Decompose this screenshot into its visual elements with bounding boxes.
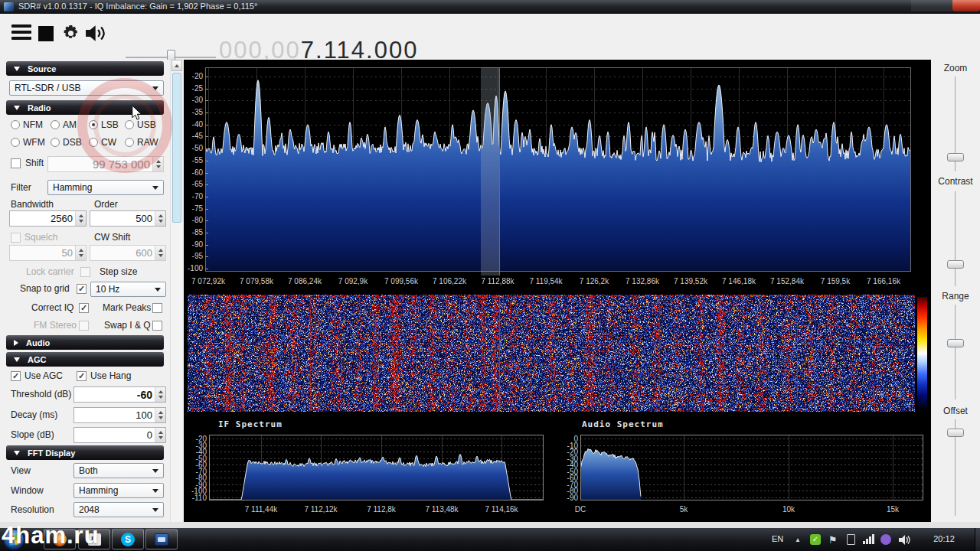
squelch-field[interactable]: 50 [9,245,87,261]
offset-slider[interactable] [931,419,980,516]
mark-peaks-checkbox[interactable] [152,303,162,313]
step-size-select[interactable]: 10 Hz [90,282,166,297]
show-desktop-button[interactable] [975,528,980,551]
maximize-button[interactable] [932,0,952,11]
db-tick-label: -45 [184,132,203,140]
stop-button[interactable] [38,26,54,41]
taskbar-button-mail[interactable] [145,529,178,549]
spinner[interactable] [155,387,165,402]
main-spectrum-panel[interactable]: -20-25-30-35-40-45-50-55-60-65-70-75-80-… [184,60,931,291]
language-indicator[interactable]: EN [772,534,783,551]
action-center-flag-icon[interactable]: ⚑ [828,534,838,546]
order-field[interactable]: 500 [90,210,166,227]
menu-button[interactable] [11,24,31,40]
bandwidth-field[interactable]: 2560 [9,210,87,227]
view-value: Both [79,465,98,476]
slider-thumb[interactable] [947,260,964,269]
tuning-frequency-line[interactable] [499,67,500,276]
offset-slider-label: Offset [931,406,980,416]
if-spectrum-panel: IF Spectrum -20-30-40-50-60-70-80-90-100… [188,415,553,522]
radio-button-icon [11,120,20,129]
minimize-button[interactable] [911,0,932,11]
section-audio[interactable]: Audio [6,335,164,350]
slope-field[interactable]: 0 [74,427,166,443]
resolution-select[interactable]: 2048 [74,502,164,517]
db-tick-label: -65 [184,180,203,188]
scrollbar-thumb[interactable] [172,73,181,223]
cw-shift-field[interactable]: 600 [90,245,166,261]
spinner[interactable] [75,246,86,260]
mode-nfm[interactable]: NFM [11,119,43,130]
freq-tick-label: 10k [782,505,795,514]
snap-to-grid-checkbox[interactable]: ✓ [77,284,87,294]
db-tick-label: -35 [184,108,203,116]
section-radio-label: Radio [28,103,51,112]
correct-iq-checkbox[interactable]: ✓ [79,303,89,313]
if-spectrum-canvas [209,435,544,500]
network-signal-icon[interactable] [863,534,874,544]
freq-tick-label: 7 086,24k [288,277,322,285]
shift-checkbox[interactable] [11,158,21,168]
source-device-value: RTL-SDR / USB [15,83,80,93]
freq-tick-label: 7 072,92k [191,277,225,285]
db-tick-label: -85 [184,228,203,236]
order-label: Order [94,199,118,210]
taskbar-button-skype[interactable]: S [112,529,144,549]
watermark-ring-inner [93,94,156,157]
decay-field[interactable]: 100 [74,407,166,423]
slider-thumb[interactable] [947,339,964,347]
mode-am[interactable]: AM [51,119,77,130]
tray-status-icon[interactable]: ✓ [810,534,821,545]
spinner[interactable] [155,428,165,442]
fm-stereo-checkbox[interactable] [79,321,89,331]
spinner[interactable] [155,408,165,422]
audio-mute-button[interactable] [86,24,109,42]
window-select[interactable]: Hamming [74,483,164,498]
filter-select[interactable]: Hamming [47,180,164,195]
lock-carrier-checkbox[interactable] [80,267,90,277]
db-tick-label: -95 [184,252,203,260]
slider-track[interactable] [955,191,956,286]
tray-expand-icon[interactable]: ▲ [795,536,801,543]
volume-tray-icon[interactable] [899,534,910,548]
waterfall-panel[interactable] [184,295,931,412]
squelch-checkbox[interactable] [11,233,21,243]
waterfall-canvas[interactable] [188,295,915,412]
section-fft-display[interactable]: FFT Display [6,445,164,460]
threshold-field[interactable]: -60 [74,386,166,403]
spinner[interactable] [75,211,86,226]
zoom-slider[interactable] [931,77,980,171]
contrast-slider[interactable] [931,191,980,286]
freq-tick-label: 7 139,52k [674,277,707,285]
clock[interactable]: 20:12 [925,534,963,551]
viber-icon[interactable] [880,534,891,545]
section-fft-label: FFT Display [28,448,75,458]
use-agc-checkbox[interactable]: ✓ [11,371,21,381]
clipboard-icon[interactable] [847,534,855,545]
resolution-value: 2048 [79,504,100,515]
swap-iq-checkbox[interactable] [152,321,162,331]
slider-thumb[interactable] [947,429,964,437]
db-tick-label: -50 [184,144,203,152]
spinner[interactable] [155,246,165,260]
scrollbar-up-button[interactable] [172,60,182,71]
use-hang-checkbox[interactable]: ✓ [77,371,87,381]
range-slider[interactable] [931,305,980,399]
mode-wfm[interactable]: WFM [11,137,45,148]
title-bar: SDR# v1.0.0.1317 - IQ Imbalance: Gain = … [0,0,980,14]
settings-button[interactable] [61,24,80,43]
section-agc-label: AGC [28,355,46,364]
spinner[interactable] [155,211,165,226]
slider-thumb[interactable] [947,153,964,161]
tuning-bandwidth-overlay[interactable] [481,67,499,276]
chevron-down-icon [152,489,158,493]
section-source[interactable]: Source [6,61,164,76]
radio-button-icon [11,138,20,147]
close-button[interactable] [952,0,980,11]
mode-dsb[interactable]: DSB [51,137,82,148]
view-select[interactable]: Both [74,463,164,478]
collapse-icon [14,106,20,110]
slider-track[interactable] [955,305,956,399]
section-agc[interactable]: AGC [6,352,164,367]
main-spectrum-canvas[interactable] [205,67,911,272]
